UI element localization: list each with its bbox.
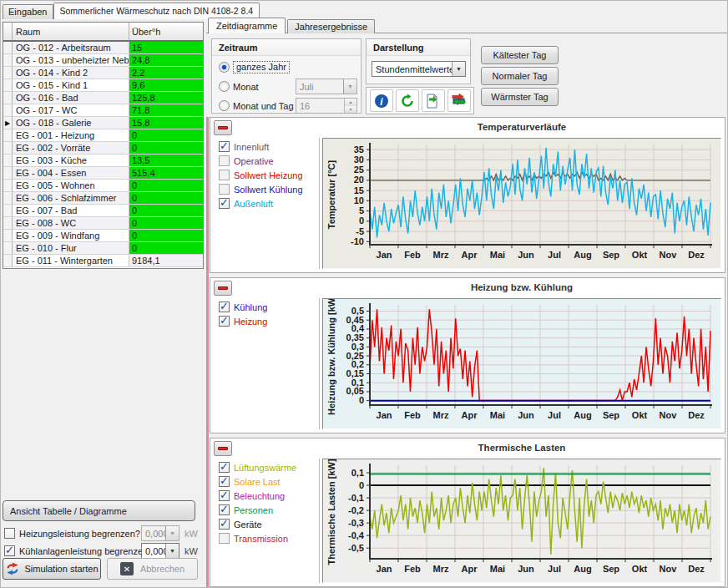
legend-item-k-hlung[interactable]: Kühlung	[219, 302, 267, 312]
overheating-value-cell[interactable]: 0	[129, 180, 203, 191]
series-checkbox[interactable]	[219, 170, 230, 180]
overheating-value-cell[interactable]: 0	[129, 230, 203, 241]
series-checkbox[interactable]	[219, 519, 230, 530]
series-checkbox[interactable]	[219, 533, 230, 544]
table-row[interactable]: EG - 005 - Wohnen0	[3, 180, 203, 192]
table-row[interactable]: OG - 014 - Kind 22,2	[3, 67, 203, 79]
collapse-heating-panel-button[interactable]	[214, 281, 232, 296]
legend-item-l-ftungsw-rme[interactable]: Lüftungswärme	[219, 462, 296, 473]
legend-item-beleuchtung[interactable]: Beleuchtung	[219, 490, 296, 501]
room-name-cell[interactable]: EG - 003 - Küche	[13, 155, 129, 166]
option-monat-und-tag[interactable]: Monat und Tag	[219, 100, 294, 111]
room-name-cell[interactable]: EG - 006 - Schlafzimmer	[13, 192, 129, 204]
series-checkbox[interactable]	[219, 141, 230, 152]
overheating-value-cell[interactable]: 71,8	[129, 104, 203, 116]
legend-item-transmission[interactable]: Transmission	[219, 533, 296, 544]
series-checkbox[interactable]	[219, 302, 230, 312]
room-name-cell[interactable]: EG - 002 - Vorräte	[13, 142, 129, 154]
series-checkbox[interactable]	[219, 462, 230, 473]
tab-sommerlicher-waermeschutz[interactable]: Sommerlicher Wärmeschutz nach DIN 4108-2…	[53, 3, 260, 19]
room-name-cell[interactable]: OG - 017 - WC	[13, 104, 129, 116]
table-row[interactable]: OG - 017 - WC71,8	[3, 104, 203, 117]
series-checkbox[interactable]	[219, 184, 230, 195]
room-name-cell[interactable]: OG - 018 - Galerie	[13, 117, 129, 129]
legend-item-au-enluft[interactable]: Außenluft	[219, 198, 303, 209]
table-row[interactable]: ▶OG - 018 - Galerie15,8	[3, 117, 203, 129]
chevron-down-icon[interactable]: ▼	[343, 79, 356, 94]
table-row[interactable]: OG - 013 - unbeheizter Nebenraum24,8	[3, 54, 203, 67]
coldest-day-button[interactable]: Kältester Tag	[481, 46, 559, 64]
column-header-raum[interactable]: Raum	[13, 23, 129, 40]
table-row[interactable]: EG - 009 - Windfang0	[3, 230, 203, 242]
overheating-value-cell[interactable]: 9,6	[129, 79, 203, 91]
panel-splitter[interactable]	[206, 117, 209, 587]
legend-item-innenluft[interactable]: Innenluft	[219, 141, 303, 152]
series-checkbox[interactable]	[219, 504, 230, 515]
radio-ganzes-jahr[interactable]	[219, 62, 230, 73]
collapse-thermal-panel-button[interactable]	[214, 441, 232, 456]
legend-item-ger-te[interactable]: Geräte	[219, 519, 296, 530]
overheating-value-cell[interactable]: 15	[129, 42, 203, 53]
room-name-cell[interactable]: EG - 010 - Flur	[13, 242, 129, 254]
collapse-temperature-panel-button[interactable]	[214, 120, 232, 135]
spinner-up-icon[interactable]: ▲	[345, 99, 356, 106]
room-name-cell[interactable]: EG - 007 - Bad	[13, 205, 129, 216]
series-checkbox[interactable]	[219, 155, 230, 166]
overheating-value-cell[interactable]: 515,4	[129, 167, 203, 179]
room-name-cell[interactable]: EG - 008 - WC	[13, 217, 129, 229]
room-name-cell[interactable]: EG - 011 - Wintergarten	[13, 255, 129, 266]
table-row[interactable]: EG - 007 - Bad0	[3, 205, 203, 217]
legend-item-sollwert-heizung[interactable]: Sollwert Heizung	[219, 170, 303, 180]
room-name-cell[interactable]: OG - 015 - Kind 1	[13, 79, 129, 91]
room-name-cell[interactable]: OG - 013 - unbeheizter Nebenraum	[13, 54, 129, 66]
export-button[interactable]	[422, 89, 445, 112]
month-combo[interactable]: Juli▼	[296, 79, 357, 94]
room-name-cell[interactable]: EG - 005 - Wohnen	[13, 180, 129, 191]
room-name-cell[interactable]: OG - 012 - Arbeitsraum	[13, 42, 129, 53]
darstellung-combo[interactable]: Stundenmittelwerte▼	[372, 61, 466, 77]
tab-eingaben[interactable]: Eingaben	[3, 4, 53, 19]
legend-item-solare-last[interactable]: Solare Last	[219, 476, 296, 487]
start-simulation-button[interactable]: Simulation starten	[3, 558, 101, 580]
cooling-limit-combo[interactable]: 0,000▼	[141, 543, 179, 559]
series-checkbox[interactable]	[219, 316, 230, 327]
heating-limit-checkbox[interactable]	[4, 528, 15, 539]
table-row[interactable]: EG - 002 - Vorräte0	[3, 142, 203, 155]
tab-zeitdiagramme[interactable]: Zeitdiagramme	[208, 18, 286, 33]
info-button[interactable]: i	[370, 89, 393, 112]
legend-item-heizung[interactable]: Heizung	[219, 316, 267, 327]
chevron-down-icon[interactable]: ▼	[165, 544, 179, 558]
overheating-value-cell[interactable]: 125,8	[129, 92, 203, 104]
spinner-down-icon[interactable]: ▼	[345, 106, 356, 114]
table-row[interactable]: EG - 004 - Essen515,4	[3, 167, 203, 180]
view-table-diagrams-button[interactable]: Ansicht Tabelle / Diagramme	[3, 500, 195, 521]
table-row[interactable]: OG - 015 - Kind 19,6	[3, 79, 203, 92]
refresh-button[interactable]	[396, 89, 419, 112]
normal-day-button[interactable]: Normaler Tag	[481, 67, 559, 85]
table-row[interactable]: EG - 006 - Schlafzimmer0	[3, 192, 203, 205]
overheating-value-cell[interactable]: 13,5	[129, 155, 203, 166]
heating-limit-combo[interactable]: 0,000▼	[141, 525, 179, 541]
tab-jahresergebnisse[interactable]: Jahresergebnisse	[287, 19, 375, 33]
room-name-cell[interactable]: OG - 014 - Kind 2	[13, 67, 129, 79]
overheating-value-cell[interactable]: 15,8	[129, 117, 203, 129]
column-header-ueberh[interactable]: Über°h	[129, 23, 203, 40]
table-row[interactable]: OG - 012 - Arbeitsraum15	[3, 42, 203, 54]
series-checkbox[interactable]	[219, 476, 230, 487]
overheating-value-cell[interactable]: 0	[129, 205, 203, 216]
cancel-button[interactable]: ✕ Abbrechen	[107, 558, 198, 580]
table-row[interactable]: EG - 001 - Heizung0	[3, 129, 203, 142]
overheating-value-cell[interactable]: 2,2	[129, 67, 203, 79]
legend-item-personen[interactable]: Personen	[219, 504, 296, 515]
radio-monat[interactable]	[219, 81, 230, 92]
overheating-value-cell[interactable]: 0	[129, 142, 203, 154]
day-spinner[interactable]: 16 ▲▼	[296, 98, 357, 114]
overheating-value-cell[interactable]: 9184,1	[129, 255, 203, 266]
overheating-value-cell[interactable]: 0	[129, 217, 203, 229]
radio-monat-und-tag[interactable]	[219, 100, 230, 111]
table-row[interactable]: EG - 010 - Flur0	[3, 242, 203, 255]
overheating-value-cell[interactable]: 0	[129, 129, 203, 141]
room-name-cell[interactable]: EG - 009 - Windfang	[13, 230, 129, 241]
table-row[interactable]: EG - 011 - Wintergarten9184,1	[3, 255, 203, 267]
series-checkbox[interactable]	[219, 490, 230, 501]
